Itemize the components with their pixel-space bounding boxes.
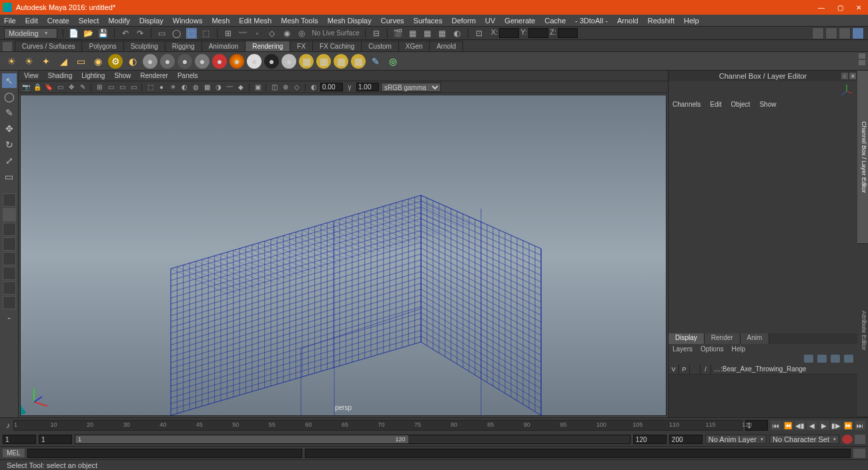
layout-graph-icon[interactable] [3, 281, 16, 295]
sphere6-icon[interactable]: ● [230, 54, 244, 69]
menu-deform[interactable]: Deform [452, 17, 476, 25]
shelf-menu-icon[interactable] [3, 42, 12, 51]
layer-movedown-icon[interactable] [817, 355, 827, 363]
save-scene-icon[interactable]: 💾 [98, 28, 109, 39]
range-start[interactable] [39, 435, 72, 444]
shelf-tab-xgen[interactable]: XGen [398, 41, 430, 51]
sidetab-attribute-editor[interactable]: Attribute Editor [857, 244, 868, 417]
film-gate-icon[interactable]: ▭ [106, 83, 115, 92]
tab-display[interactable]: Display [669, 333, 705, 344]
grease-pencil-icon[interactable]: ✎ [78, 83, 87, 92]
range-end[interactable] [633, 435, 667, 444]
panel-menu-panels[interactable]: Panels [177, 72, 198, 79]
cb-close-icon[interactable]: ✕ [849, 73, 856, 79]
motion-blur-icon[interactable]: 〰 [225, 83, 234, 92]
menu-meshtools[interactable]: Mesh Tools [281, 17, 318, 25]
script-editor-icon[interactable] [853, 449, 865, 458]
timeline-sound-icon[interactable]: ♪ [3, 420, 13, 431]
layer-menu-options[interactable]: Options [701, 345, 723, 353]
shadows-icon[interactable]: ◐ [179, 83, 189, 92]
step-fwd-key-icon[interactable]: ⏩ [843, 421, 853, 430]
go-start-icon[interactable]: ⏮ [771, 421, 781, 430]
shelf-tab-curves[interactable]: Curves / Surfaces [15, 41, 82, 51]
spot-light-icon[interactable]: ◢ [56, 54, 71, 69]
wire-on-shaded-icon[interactable]: ◍ [191, 83, 200, 92]
textured-icon[interactable]: ▦ [202, 83, 211, 92]
shelf-tab-fxcaching[interactable]: FX Caching [312, 41, 362, 51]
layout-outliner-icon[interactable] [3, 237, 16, 251]
lasso-icon[interactable]: ◯ [171, 28, 182, 39]
layout-two-icon[interactable] [3, 223, 16, 236]
play-forward-icon[interactable]: ▶ [819, 421, 829, 430]
panel-menu-shading[interactable]: Shading [48, 72, 73, 79]
exposure-icon[interactable]: ◐ [309, 83, 318, 92]
layer-color-swatch[interactable] [690, 365, 701, 374]
command-input[interactable] [27, 449, 303, 458]
point-light-icon[interactable]: ✦ [39, 54, 53, 69]
menu-3dtoall[interactable]: - 3DtoAll - [575, 17, 608, 25]
y-input[interactable] [528, 28, 548, 38]
sphere8-icon[interactable]: ● [264, 54, 279, 69]
layer-visible-toggle[interactable]: V [669, 365, 679, 374]
resolution-gate-icon[interactable]: ▭ [117, 83, 127, 92]
menu-generate[interactable]: Generate [504, 17, 535, 25]
viewport[interactable]: persp [20, 95, 667, 416]
select-tool[interactable]: ↖ [2, 73, 17, 88]
menu-uv[interactable]: UV [485, 17, 495, 25]
snap-plane-icon[interactable]: ◇ [267, 28, 278, 39]
layer-playback-toggle[interactable]: P [679, 365, 690, 374]
character-set-select[interactable]: No Character Set [769, 435, 839, 444]
shelf-tab-fx[interactable]: FX [290, 41, 313, 51]
layout-collapse-icon[interactable]: - [2, 311, 17, 325]
paint-tool[interactable]: ✎ [2, 105, 17, 120]
attribute-editor-icon[interactable] [825, 27, 837, 39]
step-back-key-icon[interactable]: ⏪ [783, 421, 793, 430]
cb-menu-edit[interactable]: Edit [710, 101, 721, 108]
panel-menu-view[interactable]: View [24, 72, 39, 79]
shelf-down-icon[interactable] [859, 60, 865, 65]
lock-camera-icon[interactable]: 🔒 [33, 83, 42, 92]
ipr-render-icon[interactable]: ▦ [408, 28, 418, 39]
menu-set-selector[interactable]: Modeling [4, 28, 57, 39]
menu-select[interactable]: Select [79, 17, 99, 25]
menu-editmesh[interactable]: Edit Mesh [239, 17, 272, 25]
layout-four-icon[interactable] [3, 208, 16, 221]
time-slider[interactable]: 1102030404550556065707580859095100105110… [13, 420, 743, 431]
snap-live-icon[interactable]: ◉ [282, 28, 292, 39]
make-live-icon[interactable]: ◎ [296, 28, 307, 39]
cb-menu-show[interactable]: Show [759, 101, 776, 108]
ao-icon[interactable]: ◑ [213, 83, 223, 92]
play-back-icon[interactable]: ◀ [807, 421, 817, 430]
menu-arnold[interactable]: Arnold [617, 17, 638, 25]
select-camera-icon[interactable]: 📷 [21, 83, 31, 92]
exposure-field[interactable] [320, 83, 343, 91]
smooth-shade-icon[interactable]: ● [157, 83, 166, 92]
maximize-button[interactable]: ▢ [831, 0, 849, 15]
menu-modify[interactable]: Modify [108, 17, 129, 25]
script-lang-toggle[interactable]: MEL [3, 449, 25, 457]
layer-new-icon[interactable] [844, 355, 853, 363]
layout-hyper-icon[interactable] [3, 267, 16, 280]
grid-icon[interactable]: ⊞ [95, 83, 104, 92]
open-scene-icon[interactable]: 📂 [83, 28, 94, 39]
prefs-icon[interactable] [855, 435, 865, 444]
render-view-icon[interactable]: ▦ [437, 28, 448, 39]
menu-help[interactable]: Help [684, 17, 699, 25]
light-editor-icon[interactable]: ◐ [125, 54, 140, 69]
sphere5-icon[interactable]: ● [212, 54, 227, 69]
texture3-icon[interactable]: ▦ [334, 54, 348, 69]
menu-curves[interactable]: Curves [381, 17, 404, 25]
menu-cache[interactable]: Cache [544, 17, 566, 25]
3d-paint-icon[interactable]: ✎ [368, 54, 383, 69]
anti-alias-icon[interactable]: ◆ [236, 83, 246, 92]
2d-pan-icon[interactable]: ✥ [67, 83, 76, 92]
channel-box-icon[interactable] [852, 27, 864, 39]
use-lights-icon[interactable]: ☀ [168, 83, 177, 92]
layout-single-icon[interactable] [3, 193, 16, 207]
wireframe-icon[interactable]: ⬚ [145, 83, 155, 92]
snap-grid-icon[interactable]: ⊞ [223, 28, 234, 39]
sphere1-icon[interactable]: ● [143, 54, 157, 69]
go-end-icon[interactable]: ⏭ [855, 421, 865, 430]
menu-surfaces[interactable]: Surfaces [414, 17, 442, 25]
shelf-tab-polygons[interactable]: Polygons [81, 41, 123, 51]
